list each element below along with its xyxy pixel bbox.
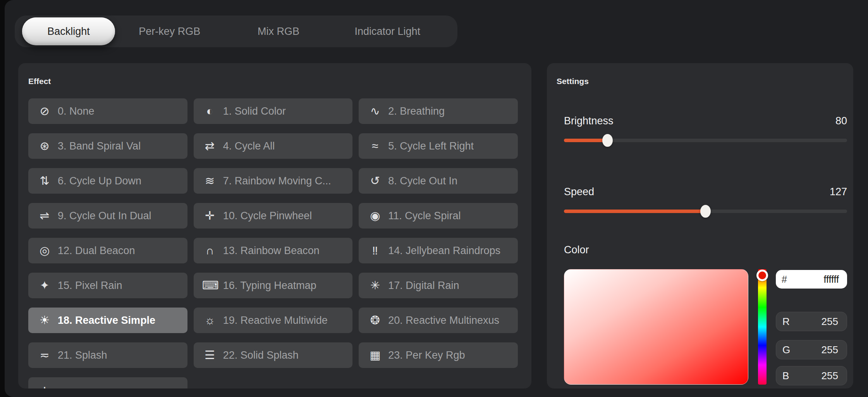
effect-item-7-rainbow-moving-c[interactable]: ≋7. Rainbow Moving C... <box>194 168 353 194</box>
channel-field-r[interactable]: R255 <box>776 312 847 331</box>
channel-value-r: 255 <box>822 316 838 328</box>
color-row: Color <box>564 244 847 256</box>
effects-grid: ⊘0. None◐1. Solid Color∿2. Breathing⊛3. … <box>28 98 518 388</box>
effect-item-label: 14. Jellybean Raindrops <box>388 245 500 257</box>
settings-panel-title: Settings <box>557 77 853 86</box>
channel-label-g: G <box>782 344 790 356</box>
hue-slider-thumb[interactable] <box>756 270 768 281</box>
hue-slider[interactable] <box>758 269 767 385</box>
settings-panel: Settings Brightness 80 Speed 127 Co <box>547 63 853 388</box>
effect-item-23-per-key-rgb[interactable]: ▦23. Per Key Rgb <box>359 342 518 368</box>
list-icon: ☰ <box>202 349 218 361</box>
effect-item-5-cycle-left-right[interactable]: ≈5. Cycle Left Right <box>359 133 518 159</box>
asterisk-rain-icon: ✳ <box>367 280 383 291</box>
channel-field-g[interactable]: G255 <box>776 340 847 359</box>
channel-field-b[interactable]: B255 <box>776 366 847 385</box>
hex-value: ffffff <box>824 274 839 285</box>
effect-item-label: 19. Reactive Multiwide <box>223 315 328 327</box>
effects-panel-title: Effect <box>28 77 531 86</box>
hex-input[interactable]: # ffffff <box>776 270 847 289</box>
effect-item-0-none[interactable]: ⊘0. None <box>28 98 187 124</box>
tab-per-key-rgb-label: Per-key RGB <box>139 26 200 37</box>
effect-item-15-pixel-rain[interactable]: ✦15. Pixel Rain <box>28 273 187 298</box>
effect-item-14-jellybean-raindrops[interactable]: ‼14. Jellybean Raindrops <box>359 238 518 263</box>
key-grid-icon: ▦ <box>367 349 383 361</box>
aperture-icon: ⊛ <box>37 140 52 152</box>
tab-per-key-rgb[interactable]: Per-key RGB <box>115 26 224 38</box>
effect-item-label: 3. Band Spiral Val <box>58 140 141 152</box>
dots-icon: ∴ <box>37 384 52 388</box>
effect-item-label: 10. Cycle Pinwheel <box>223 210 312 222</box>
brightness-value: 80 <box>835 115 847 127</box>
effect-item-3-band-spiral-val[interactable]: ⊛3. Band Spiral Val <box>28 133 187 159</box>
channel-value-b: 255 <box>822 370 838 382</box>
waves-icon: ≈ <box>367 140 383 152</box>
shuffle-icon: ⇌ <box>37 210 52 222</box>
speed-slider-fill <box>564 210 708 213</box>
brightness-slider[interactable] <box>564 134 847 147</box>
effect-item-label: 13. Rainbow Beacon <box>223 245 320 257</box>
tab-indicator-light-label: Indicator Light <box>355 26 421 37</box>
splash-waves-icon: ≂ <box>37 349 52 361</box>
speed-slider-thumb[interactable] <box>700 205 711 218</box>
effect-item-6-cycle-up-down[interactable]: ⇅6. Cycle Up Down <box>28 168 187 194</box>
effect-item-label: 4. Cycle All <box>223 140 275 152</box>
effect-item-17-digital-rain[interactable]: ✳17. Digital Rain <box>359 273 518 298</box>
effect-item-label: 6. Cycle Up Down <box>58 175 141 187</box>
channel-value-g: 255 <box>822 344 838 356</box>
effect-item-16-typing-heatmap[interactable]: ⌨16. Typing Heatmap <box>194 273 353 298</box>
effect-item-label: 22. Solid Splash <box>223 349 299 361</box>
effect-item-10-cycle-pinwheel[interactable]: ✛10. Cycle Pinwheel <box>194 203 353 229</box>
tab-bar: Backlight Per-key RGB Mix RGB Indicator … <box>15 15 457 47</box>
settings-body: Brightness 80 Speed 127 Color <box>564 115 847 385</box>
brightness-slider-thumb[interactable] <box>602 134 613 147</box>
effect-item-11-cycle-spiral[interactable]: ◉11. Cycle Spiral <box>359 203 518 229</box>
speed-slider[interactable] <box>564 205 847 218</box>
pinwheel-icon: ✛ <box>202 210 218 222</box>
effect-item-label: 20. Reactive Multinexus <box>388 315 499 327</box>
sun-rays-icon: ☼ <box>202 315 218 326</box>
color-label: Color <box>564 244 589 256</box>
effect-item-label: 0. None <box>58 105 95 117</box>
effect-item-2-breathing[interactable]: ∿2. Breathing <box>359 98 518 124</box>
wind-icon: ∿ <box>367 105 383 117</box>
rotate-ccw-icon: ↺ <box>367 175 383 187</box>
effect-item-partial-24[interactable]: ∴ <box>28 377 187 388</box>
cycle-arrows-icon: ⇄ <box>202 140 218 152</box>
effect-item-20-reactive-multinexus[interactable]: ❂20. Reactive Multinexus <box>359 308 518 333</box>
effect-item-12-dual-beacon[interactable]: ◎12. Dual Beacon <box>28 238 187 263</box>
tab-indicator-light[interactable]: Indicator Light <box>333 26 442 38</box>
channel-label-b: B <box>782 370 789 382</box>
speed-row: Speed 127 <box>564 186 847 198</box>
speed-value: 127 <box>830 186 847 198</box>
raindrops-icon: ‼ <box>367 245 383 256</box>
app-screenshot: Backlight Per-key RGB Mix RGB Indicator … <box>0 0 868 397</box>
effect-item-label: 7. Rainbow Moving C... <box>223 175 331 187</box>
effect-item-label: 2. Breathing <box>388 105 445 117</box>
effect-item-label: 16. Typing Heatmap <box>223 280 316 292</box>
effect-item-9-cycle-out-in-dual[interactable]: ⇌9. Cycle Out In Dual <box>28 203 187 229</box>
effect-item-19-reactive-multiwide[interactable]: ☼19. Reactive Multiwide <box>194 308 353 333</box>
effect-item-label: 8. Cycle Out In <box>388 175 457 187</box>
concentric-circles-icon: ◎ <box>37 245 52 256</box>
tab-backlight[interactable]: Backlight <box>22 17 115 45</box>
effect-item-21-splash[interactable]: ≂21. Splash <box>28 342 187 368</box>
effect-item-13-rainbow-beacon[interactable]: ∩13. Rainbow Beacon <box>194 238 353 263</box>
effect-item-18-reactive-simple[interactable]: ☀18. Reactive Simple <box>28 308 187 333</box>
hex-prefix: # <box>782 274 787 285</box>
saturation-value-box[interactable] <box>564 269 748 385</box>
effect-item-label: 5. Cycle Left Right <box>388 140 474 152</box>
sine-wave-icon: ≋ <box>202 175 218 187</box>
keyboard-icon: ⌨ <box>202 280 218 291</box>
tab-mix-rgb[interactable]: Mix RGB <box>224 26 333 38</box>
effect-item-1-solid-color[interactable]: ◐1. Solid Color <box>194 98 353 124</box>
effect-item-label: 17. Digital Rain <box>388 280 459 292</box>
speed-label: Speed <box>564 186 594 198</box>
channel-label-r: R <box>782 316 790 328</box>
sun-icon: ☀ <box>37 315 52 326</box>
effect-item-22-solid-splash[interactable]: ☰22. Solid Splash <box>194 342 353 368</box>
spiral-icon: ◉ <box>367 210 383 222</box>
effect-item-8-cycle-out-in[interactable]: ↺8. Cycle Out In <box>359 168 518 194</box>
effect-item-4-cycle-all[interactable]: ⇄4. Cycle All <box>194 133 353 159</box>
effect-item-label: 12. Dual Beacon <box>58 245 135 257</box>
